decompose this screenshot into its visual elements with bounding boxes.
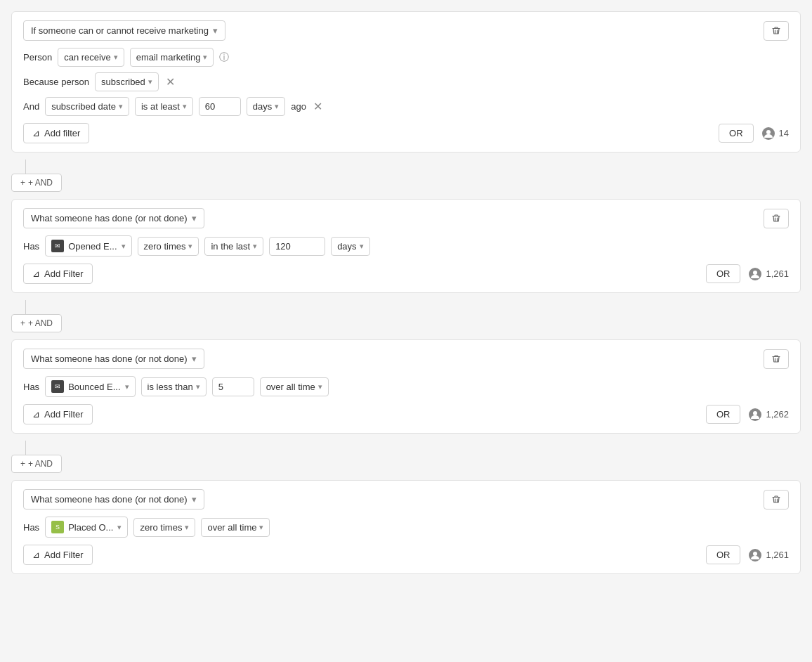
filter-icon-1: ⊿ (32, 128, 40, 138)
condition-type-label-1: If someone can or cannot receive marketi… (31, 25, 209, 36)
operator-dropdown[interactable]: is at least ▾ (135, 97, 193, 116)
condition-header-3: What someone has done (or not done) ▾ (23, 349, 789, 369)
person-row: Person can receive ▾ email marketing ▾ ⓘ (23, 48, 789, 67)
because-label: Because person (23, 77, 89, 87)
event-chevron-2: ▾ (122, 242, 126, 251)
because-row: Because person subscribed ▾ ✕ (23, 72, 789, 91)
value-input[interactable]: 60 (199, 97, 241, 116)
or-button-1[interactable]: OR (719, 124, 754, 143)
condition-footer-2: ⊿ Add Filter OR 1,261 (23, 264, 789, 284)
count-value-1: 14 (779, 128, 789, 138)
and-button-label-3: + AND (28, 459, 53, 469)
unit-label: days (253, 101, 272, 112)
event-unit-dropdown-2[interactable]: days ▾ (331, 237, 369, 256)
and-button-3[interactable]: + + AND (11, 455, 62, 473)
delete-button-2[interactable] (764, 209, 789, 228)
person-count-icon-4 (749, 549, 761, 562)
event-time-dropdown-3[interactable]: over all time ▾ (260, 377, 329, 396)
and-button-2[interactable]: + + AND (11, 314, 62, 332)
and-button-1[interactable]: + + AND (11, 174, 62, 192)
event-dropdown-4[interactable]: S Placed O... ▾ (45, 517, 128, 538)
trash-icon-1 (771, 26, 781, 36)
or-button-3[interactable]: OR (706, 405, 741, 424)
event-operator-chevron-4: ▾ (185, 523, 189, 532)
has-row-3: Has ✉ Bounced E... ▾ is less than ▾ over… (23, 376, 789, 397)
condition-block-2: What someone has done (or not done) ▾ Ha… (11, 199, 801, 293)
has-label-3: Has (23, 382, 39, 392)
trash-icon-3 (771, 354, 781, 364)
event-time-dropdown-2[interactable]: in the last ▾ (204, 237, 263, 256)
event-time-dropdown-4[interactable]: over all time ▾ (201, 518, 270, 537)
can-receive-dropdown[interactable]: can receive ▾ (58, 48, 124, 67)
because-close-button[interactable]: ✕ (164, 74, 176, 90)
add-filter-button-2[interactable]: ⊿ Add Filter (23, 264, 93, 284)
and-connector-2: + + AND (11, 300, 801, 332)
event-chevron-3: ▾ (125, 382, 129, 391)
condition-footer-3: ⊿ Add Filter OR 1,262 (23, 404, 789, 424)
event-operator-dropdown-2[interactable]: zero times ▾ (138, 237, 199, 256)
event-unit-chevron-2: ▾ (360, 242, 364, 251)
and-button-label-1: + AND (28, 178, 53, 188)
count-value-2: 1,261 (766, 268, 789, 279)
can-receive-chevron: ▾ (114, 53, 118, 62)
add-filter-button-4[interactable]: ⊿ Add Filter (23, 545, 93, 565)
condition-type-dropdown-2[interactable]: What someone has done (or not done) ▾ (23, 208, 204, 228)
because-chevron: ▾ (148, 77, 152, 86)
add-filter-label-1: Add filter (44, 128, 80, 138)
has-row-4: Has S Placed O... ▾ zero times ▾ over al… (23, 517, 789, 538)
channel-dropdown[interactable]: email marketing ▾ (130, 48, 214, 67)
event-dropdown-3[interactable]: ✉ Bounced E... ▾ (45, 376, 135, 397)
because-value-dropdown[interactable]: subscribed ▾ (95, 72, 159, 91)
count-badge-1: 14 (762, 127, 789, 140)
delete-button-4[interactable] (764, 490, 789, 510)
or-button-4[interactable]: OR (706, 545, 741, 564)
delete-button-3[interactable] (764, 349, 789, 369)
condition-block-1: If someone can or cannot receive marketi… (11, 11, 801, 152)
event-name-4: Placed O... (68, 522, 113, 533)
and-row: And subscribed date ▾ is at least ▾ 60 d… (23, 97, 789, 116)
event-time-label-3: over all time (266, 382, 315, 392)
event-value-input-2[interactable] (269, 237, 325, 256)
connector-line-1 (25, 160, 26, 174)
add-filter-label-4: Add Filter (44, 550, 84, 560)
can-receive-label: can receive (64, 52, 110, 63)
and-close-button[interactable]: ✕ (312, 98, 324, 115)
count-value-4: 1,261 (766, 550, 789, 560)
channel-chevron: ▾ (203, 53, 207, 62)
event-time-chevron-3: ▾ (318, 382, 322, 391)
condition-footer-4: ⊿ Add Filter OR 1,261 (23, 545, 789, 565)
subscribed-date-dropdown[interactable]: subscribed date ▾ (45, 97, 129, 116)
svg-point-1 (766, 130, 771, 134)
because-value-label: subscribed (101, 77, 145, 87)
person-count-icon-2 (749, 268, 761, 280)
condition-type-dropdown-4[interactable]: What someone has done (or not done) ▾ (23, 489, 204, 510)
event-dropdown-2[interactable]: ✉ Opened E... ▾ (45, 235, 131, 257)
condition-type-dropdown-3[interactable]: What someone has done (or not done) ▾ (23, 349, 204, 369)
and-connector-1: + + AND (11, 160, 801, 192)
event-operator-dropdown-4[interactable]: zero times ▾ (133, 518, 195, 537)
delete-button-1[interactable] (764, 21, 789, 41)
person-count-icon-3 (749, 408, 761, 421)
count-value-3: 1,262 (766, 409, 789, 420)
condition-footer-1: ⊿ Add filter OR 14 (23, 123, 789, 143)
event-icon-3: ✉ (51, 380, 64, 393)
has-label-2: Has (23, 241, 39, 252)
info-button[interactable]: ⓘ (219, 51, 229, 64)
condition-type-dropdown-1[interactable]: If someone can or cannot receive marketi… (23, 20, 225, 41)
count-badge-4: 1,261 (749, 549, 789, 562)
event-operator-dropdown-3[interactable]: is less than ▾ (141, 377, 207, 396)
unit-dropdown[interactable]: days ▾ (247, 97, 285, 116)
event-value-input-3[interactable] (212, 377, 254, 396)
event-time-label-4: over all time (207, 522, 256, 533)
connector-line-3 (25, 441, 26, 455)
event-time-chevron-4: ▾ (259, 523, 263, 532)
svg-point-3 (753, 271, 757, 275)
svg-point-5 (753, 411, 757, 415)
add-filter-button-1[interactable]: ⊿ Add filter (23, 123, 89, 143)
chevron-icon-2: ▾ (192, 213, 197, 223)
count-badge-2: 1,261 (749, 268, 789, 280)
connector-line-2 (25, 300, 26, 314)
add-filter-button-3[interactable]: ⊿ Add Filter (23, 404, 93, 424)
condition-header-2: What someone has done (or not done) ▾ (23, 208, 789, 228)
or-button-2[interactable]: OR (706, 264, 741, 283)
